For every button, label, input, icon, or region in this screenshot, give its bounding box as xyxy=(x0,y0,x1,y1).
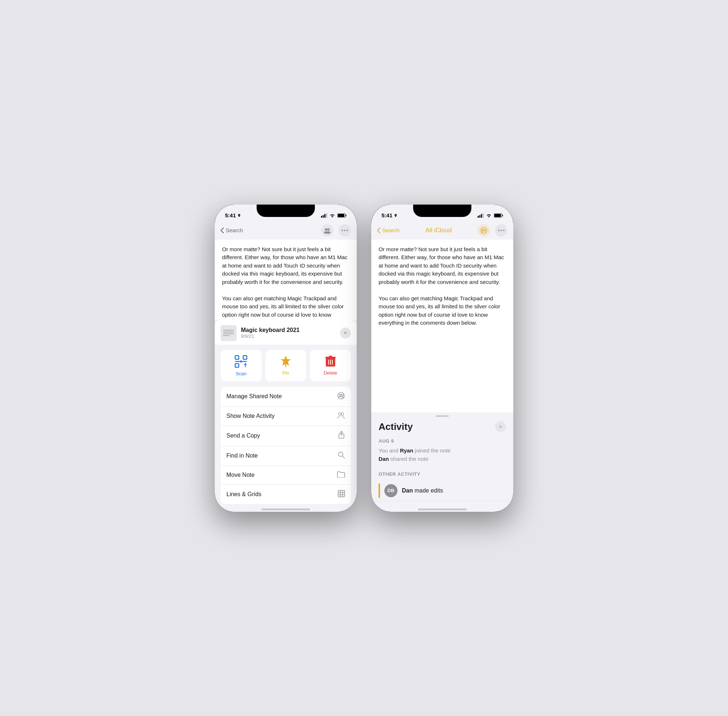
sheet-header-left: Magic keyboard 2021 8/9/21 × xyxy=(215,320,357,345)
bottom-sheet-left: Magic keyboard 2021 8/9/21 × xyxy=(215,320,357,512)
activity-avatar-dan: DB xyxy=(384,484,397,497)
find-in-note-item[interactable]: Find in Note xyxy=(221,446,351,466)
svg-point-53 xyxy=(501,230,502,231)
svg-point-8 xyxy=(327,228,330,231)
manage-shared-note-item[interactable]: Manage Shared Note xyxy=(221,387,351,407)
activity-header: Activity × xyxy=(371,421,513,438)
activity-date-section: AUG 9 You and Ryan joined the note Dan s… xyxy=(371,438,513,467)
svg-point-10 xyxy=(326,231,331,234)
manage-shared-note-label: Manage Shared Note xyxy=(226,393,282,400)
svg-rect-1 xyxy=(323,215,324,218)
home-indicator-left xyxy=(261,508,310,510)
svg-rect-5 xyxy=(346,214,347,216)
more-button-right[interactable] xyxy=(495,224,507,237)
signal-icon-left xyxy=(321,213,327,218)
svg-rect-3 xyxy=(326,213,327,218)
svg-rect-0 xyxy=(321,216,322,218)
location-icon-right xyxy=(394,214,397,217)
pin-button[interactable]: Pin xyxy=(265,350,306,381)
ellipsis-icon-left xyxy=(341,230,348,231)
share-users-button-right[interactable] xyxy=(478,224,490,237)
activity-entry-0: You and Ryan joined the note xyxy=(379,448,506,454)
svg-point-7 xyxy=(325,228,327,231)
lines-grids-item[interactable]: Lines & Grids xyxy=(221,485,351,504)
sheet-close-button[interactable]: × xyxy=(340,328,351,338)
status-time-right: 5:41 xyxy=(381,212,397,218)
nav-title-right: All iCloud xyxy=(426,227,452,234)
svg-rect-6 xyxy=(338,214,344,217)
wifi-icon-right xyxy=(486,213,492,218)
svg-point-11 xyxy=(341,230,343,231)
people-icon xyxy=(337,412,345,420)
svg-rect-41 xyxy=(478,216,479,218)
more-button-left[interactable] xyxy=(338,224,351,237)
nav-bar-right: Search All iCloud xyxy=(371,223,513,240)
nav-bar-left: Search xyxy=(215,223,357,240)
svg-point-13 xyxy=(347,230,348,231)
scan-icon xyxy=(234,355,247,368)
find-in-note-label: Find in Note xyxy=(226,452,258,459)
svg-rect-2 xyxy=(324,214,325,218)
activity-entry-1: Dan shared the note xyxy=(379,456,506,462)
nav-actions-left xyxy=(321,224,351,237)
back-button-left[interactable]: Search xyxy=(221,227,243,233)
back-button-right[interactable]: Search xyxy=(377,227,400,233)
lines-grids-label: Lines & Grids xyxy=(226,491,261,498)
left-screen: 5:41 xyxy=(215,205,357,512)
people-icon-left xyxy=(324,227,331,234)
share-icon xyxy=(338,431,345,441)
pin-icon xyxy=(281,356,291,367)
home-indicator-right xyxy=(418,508,467,510)
svg-line-35 xyxy=(343,456,345,458)
activity-handle xyxy=(436,415,449,417)
status-icons-right xyxy=(478,213,503,218)
svg-point-12 xyxy=(344,230,346,231)
sheet-title-group: Magic keyboard 2021 8/9/21 xyxy=(241,327,335,339)
svg-point-31 xyxy=(338,413,341,415)
activity-user-text-dan: Dan made edits xyxy=(402,487,443,494)
note-content-left: Or more matte? Not sure but it just feel… xyxy=(215,240,357,320)
activity-stripe xyxy=(379,483,380,498)
status-time-left: 5:41 xyxy=(225,212,241,218)
left-phone: 5:41 xyxy=(215,205,357,512)
right-phone: 5:41 xyxy=(371,205,513,512)
right-screen: 5:41 xyxy=(371,205,513,512)
svg-rect-46 xyxy=(502,214,503,216)
quick-actions-row: Scan Pin xyxy=(215,345,357,387)
delete-button[interactable]: Delete xyxy=(310,350,351,381)
svg-rect-16 xyxy=(235,364,239,367)
move-note-item[interactable]: Move Note xyxy=(221,466,351,485)
sheet-title: Magic keyboard 2021 xyxy=(241,327,335,334)
ellipsis-icon-right xyxy=(498,230,505,231)
svg-point-29 xyxy=(339,394,341,396)
svg-point-52 xyxy=(498,230,499,231)
wifi-icon-left xyxy=(329,213,335,218)
send-copy-item[interactable]: Send a Copy xyxy=(221,426,351,446)
svg-point-30 xyxy=(341,394,344,396)
people-circle-icon-right xyxy=(480,227,488,234)
share-users-button-left[interactable] xyxy=(321,224,334,237)
nav-actions-right xyxy=(478,224,507,237)
grid-icon xyxy=(338,490,345,499)
search-icon xyxy=(338,451,345,460)
battery-icon-left xyxy=(337,213,347,218)
chevron-left-icon-left xyxy=(221,228,224,233)
notch xyxy=(256,205,315,217)
svg-rect-44 xyxy=(483,213,484,218)
note-content-right: Or more matte? Not sure but it just feel… xyxy=(371,240,513,413)
scan-button[interactable]: Scan xyxy=(221,350,262,381)
svg-point-50 xyxy=(484,229,486,231)
activity-close-button[interactable]: × xyxy=(495,421,506,432)
location-icon-left xyxy=(237,214,241,217)
menu-section-left: Manage Shared Note Show Note Activity xyxy=(221,387,351,504)
activity-user-row-0: DB Dan made edits xyxy=(371,481,513,501)
battery-icon-right xyxy=(494,213,503,218)
notch-right xyxy=(413,205,472,217)
show-note-activity-item[interactable]: Show Note Activity xyxy=(221,407,351,426)
scan-label: Scan xyxy=(236,371,247,376)
svg-rect-42 xyxy=(479,215,481,218)
activity-date-label: AUG 9 xyxy=(379,438,506,444)
activity-other-label: OTHER ACTIVITY xyxy=(371,467,513,481)
folder-icon xyxy=(337,471,345,479)
activity-panel: Activity × AUG 9 You and Ryan joined the… xyxy=(371,413,513,504)
